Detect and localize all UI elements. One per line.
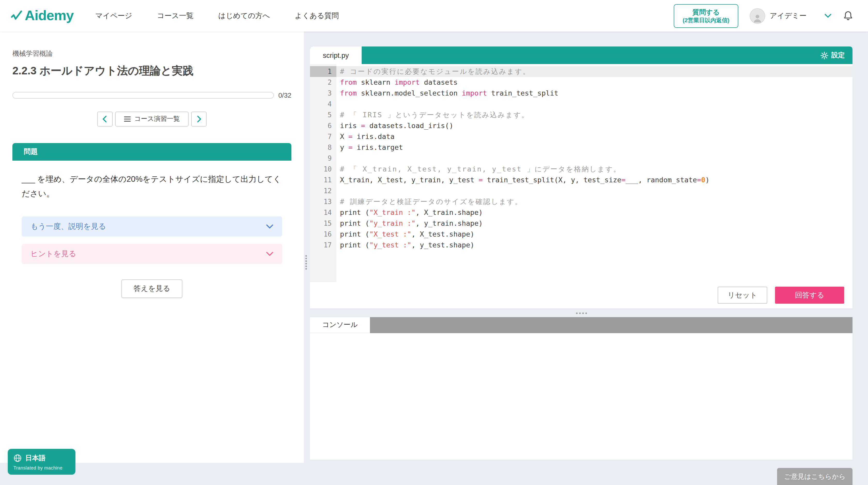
tab-script-py[interactable]: script.py (310, 46, 362, 64)
code-line[interactable]: print ("y_train :", y_train.shape) (336, 218, 852, 229)
code-line[interactable]: y = iris.target (336, 142, 852, 153)
problem-body: ___ を埋め、データの全体の20%をテストサイズに指定して出力してください。 … (12, 161, 291, 298)
top-header: Aidemy マイページ コース一覧 はじめての方へ よくある質問 質問する (… (0, 0, 868, 32)
line-number: 14 (310, 207, 336, 218)
panel-resize-handle-horizontal[interactable] (310, 310, 852, 316)
submit-answer-button[interactable]: 回答する (775, 287, 844, 304)
code-line[interactable]: X_train, X_test, y_train, y_test = train… (336, 174, 852, 186)
account-name: アイデミー (770, 11, 807, 21)
editor-tab-strip: script.py 設定 (310, 46, 852, 64)
line-number: 11 (310, 174, 336, 186)
code-line[interactable] (336, 153, 852, 164)
line-number: 1 (310, 66, 336, 77)
avatar (749, 8, 765, 24)
progress-label: 0/32 (278, 91, 291, 99)
language-label: 日本語 (25, 453, 45, 463)
code-line[interactable]: # 訓練データと検証データのサイズを確認します。 (336, 196, 852, 207)
line-number: 10 (310, 164, 336, 174)
notifications-bell-icon[interactable] (843, 10, 854, 21)
line-number: 7 (310, 131, 336, 142)
line-number: 2 (310, 77, 336, 88)
code-line[interactable]: X = iris.data (336, 131, 852, 142)
code-line[interactable]: iris = datasets.load_iris() (336, 120, 852, 131)
progress-bar (12, 92, 274, 99)
chevron-left-icon (102, 116, 107, 122)
line-number: 17 (310, 240, 336, 251)
next-exercise-button[interactable] (191, 111, 207, 127)
line-number: 6 (310, 120, 336, 131)
exercise-list-button[interactable]: コース演習一覧 (115, 111, 189, 127)
line-number: 4 (310, 99, 336, 109)
show-explanation-toggle[interactable]: もう一度、説明を見る (22, 217, 282, 236)
language-sublabel: Translated by machine (13, 465, 70, 471)
show-answer-button[interactable]: 答えを見る (121, 280, 183, 298)
settings-button[interactable]: 設定 (820, 46, 852, 64)
aidemy-logo[interactable]: Aidemy (10, 8, 74, 24)
editor-actions: リセット 回答する (310, 282, 852, 309)
console-tab-strip: コンソール (310, 317, 852, 333)
feedback-button[interactable]: ご意見はこちらから (777, 468, 852, 485)
account-menu[interactable]: アイデミー (749, 8, 831, 24)
ask-question-label: 質問する (683, 8, 729, 16)
code-line[interactable]: # 「 X_train, X_test, y_train, y_test 」にデ… (336, 164, 852, 174)
gear-icon (820, 52, 828, 59)
code-line[interactable]: from sklearn.model_selection import trai… (336, 88, 852, 99)
chevron-down-icon (266, 252, 273, 256)
problem-text: ___ を埋め、データの全体の20%をテストサイズに指定して出力してください。 (22, 172, 282, 201)
code-line[interactable] (336, 186, 852, 196)
nav-faq[interactable]: よくある質問 (295, 11, 339, 21)
code-line[interactable]: from sklearn import datasets (336, 77, 852, 88)
chevron-down-icon (825, 13, 831, 18)
console-output (310, 333, 852, 460)
reset-button[interactable]: リセット (718, 287, 767, 304)
code-lines: # コードの実行に必要なモジュールを読み込みます。from sklearn im… (336, 64, 852, 282)
code-line[interactable]: print ("X_train :", X_train.shape) (336, 207, 852, 218)
language-badge[interactable]: 日本語 Translated by machine (8, 449, 75, 475)
chevron-right-icon (196, 116, 201, 122)
nav-beginners[interactable]: はじめての方へ (218, 11, 270, 21)
console-bar (370, 317, 852, 333)
line-number: 3 (310, 88, 336, 99)
code-line[interactable]: # コードの実行に必要なモジュールを読み込みます。 (336, 66, 852, 77)
line-number: 5 (310, 109, 336, 120)
show-explanation-label: もう一度、説明を見る (30, 222, 106, 231)
line-number: 15 (310, 218, 336, 229)
exercise-pager: コース演習一覧 (0, 111, 304, 127)
nav-course-list[interactable]: コース一覧 (157, 11, 193, 21)
show-hint-label: ヒントを見る (30, 249, 76, 259)
console-panel: コンソール (310, 317, 852, 460)
ask-question-button[interactable]: 質問する (2営業日以内返信) (674, 4, 738, 28)
lesson-panel: 機械学習概論 2.2.3 ホールドアウト法の理論と実践 0/32 コース演習一覧 (0, 32, 304, 463)
course-name: 機械学習概論 (12, 49, 304, 58)
settings-label: 設定 (831, 51, 845, 60)
list-icon (124, 116, 131, 122)
aidemy-logo-icon (10, 9, 23, 22)
line-number: 16 (310, 229, 336, 240)
line-number: 9 (310, 153, 336, 164)
exercise-list-label: コース演習一覧 (134, 115, 180, 124)
code-line[interactable]: print ("X_test :", X_test.shape) (336, 229, 852, 240)
panel-resize-handle-vertical[interactable] (305, 255, 307, 270)
code-editor-panel: script.py 設定 1234567891011121314151617 #… (310, 46, 852, 309)
brand-name: Aidemy (25, 8, 74, 24)
tab-console[interactable]: コンソール (310, 317, 370, 333)
line-numbers: 1234567891011121314151617 (310, 64, 336, 282)
nav-mypage[interactable]: マイページ (95, 11, 132, 21)
globe-icon (13, 454, 22, 462)
line-number: 8 (310, 142, 336, 153)
main-nav: マイページ コース一覧 はじめての方へ よくある質問 (95, 11, 339, 21)
code-line[interactable]: print ("y_test :", y_test.shape) (336, 240, 852, 251)
lesson-title: 2.2.3 ホールドアウト法の理論と実践 (12, 64, 304, 78)
chevron-down-icon (266, 224, 273, 229)
header-right: 質問する (2営業日以内返信) アイデミー (674, 4, 854, 28)
show-hint-toggle[interactable]: ヒントを見る (22, 244, 282, 264)
problem-header: 問題 (12, 143, 291, 161)
prev-exercise-button[interactable] (97, 111, 113, 127)
page: Aidemy マイページ コース一覧 はじめての方へ よくある質問 質問する (… (0, 0, 868, 485)
code-editor[interactable]: 1234567891011121314151617 # コードの実行に必要なモジ… (310, 64, 852, 282)
code-line[interactable]: # 「 IRIS 」というデータセットを読み込みます。 (336, 109, 852, 120)
code-line[interactable] (336, 99, 852, 109)
line-number: 13 (310, 196, 336, 207)
progress-row: 0/32 (12, 91, 291, 99)
line-number: 12 (310, 186, 336, 196)
